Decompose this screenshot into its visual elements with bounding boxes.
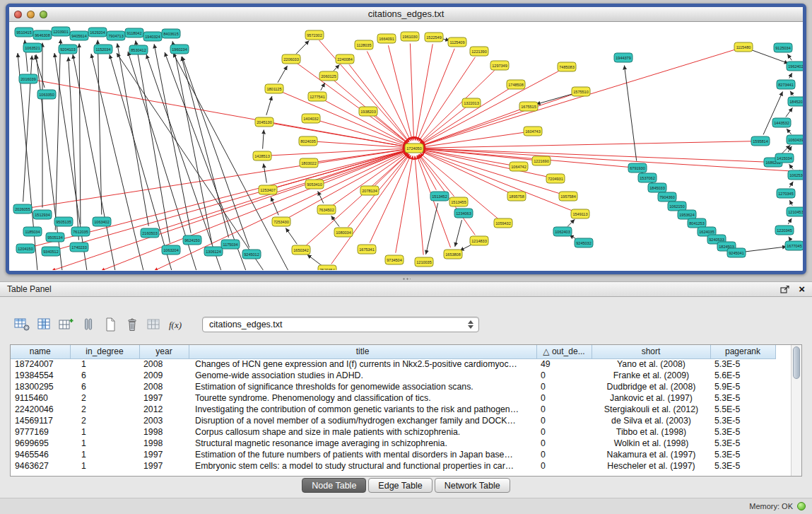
graph-node[interactable]: 1306124 <box>204 247 223 256</box>
graph-node[interactable]: 1185034 <box>23 227 42 236</box>
import-table-icon[interactable] <box>143 315 165 334</box>
network-window-titlebar[interactable]: citations_edges.txt <box>9 7 803 22</box>
graph-node[interactable]: 9118042 <box>125 28 143 37</box>
graph-node[interactable]: 1604743 <box>524 127 542 136</box>
graph-node[interactable]: 1962402 <box>787 62 803 71</box>
graph-node[interactable]: 1653808 <box>444 250 462 259</box>
graph-node[interactable]: 9053410 <box>305 180 324 189</box>
new-column-icon[interactable] <box>55 315 77 334</box>
graph-node[interactable]: 7253430 <box>272 217 290 226</box>
table-row[interactable]: 977716911998Corpus callosum shape and si… <box>11 426 775 438</box>
graph-node[interactable]: 1845202 <box>788 97 803 106</box>
graph-node[interactable]: 1537062 <box>638 173 657 182</box>
graph-node[interactable]: 1115480 <box>734 42 753 52</box>
graph-node[interactable]: 2026055 <box>13 204 32 214</box>
graph-node[interactable]: 1204150 <box>16 244 35 253</box>
graph-node[interactable]: 1944379 <box>614 53 632 62</box>
citation-network-graph[interactable]: 1724050106474218957581059432121483316538… <box>9 22 803 270</box>
table-row[interactable]: 1872400712008Changes of HCN gene express… <box>11 358 775 370</box>
graph-node[interactable]: 1595814 <box>751 136 770 146</box>
graph-node[interactable]: 1221390 <box>470 47 488 56</box>
graph-node[interactable]: 7612035 <box>71 227 90 236</box>
graph-node[interactable]: 1513455 <box>449 197 468 206</box>
graph-node[interactable]: 9572302 <box>305 30 324 40</box>
float-panel-icon[interactable] <box>780 285 790 294</box>
zoom-button[interactable] <box>40 11 47 18</box>
column-header[interactable]: △ out_de... <box>536 345 592 358</box>
graph-node[interactable]: 1270345 <box>777 189 795 198</box>
graph-node[interactable]: 9245012 <box>242 250 261 259</box>
graph-node[interactable]: 9505135 <box>54 217 73 226</box>
graph-node[interactable]: 1064742 <box>510 162 528 171</box>
graph-node[interactable]: 8530412 <box>129 45 148 54</box>
table-row[interactable]: 969969511998Structural magnetic resonanc… <box>11 438 775 449</box>
graph-node[interactable]: 2206033 <box>282 54 300 64</box>
graph-node[interactable]: 2078134 <box>360 186 379 195</box>
graph-node[interactable]: 7485083 <box>558 62 576 71</box>
graph-node[interactable]: 1629204 <box>88 28 107 37</box>
tab-edge-table[interactable]: Edge Table <box>368 478 432 493</box>
graph-node[interactable]: 9125034 <box>774 43 792 52</box>
graph-node[interactable]: 2045130 <box>255 117 273 127</box>
graph-node[interactable]: 1175034 <box>221 240 240 249</box>
graph-node[interactable]: 8024035 <box>299 136 317 146</box>
column-header[interactable]: year <box>139 345 189 358</box>
graph-node[interactable]: 1677045 <box>785 241 803 250</box>
graph-node[interactable]: 1801125 <box>265 84 283 93</box>
graph-node[interactable]: 1404032 <box>302 114 320 123</box>
graph-node[interactable]: 1415034 <box>775 153 794 163</box>
graph-node[interactable]: 9510415 <box>15 28 33 37</box>
graph-node[interactable]: 9505134 <box>46 233 64 242</box>
graph-node[interactable]: 1650342 <box>292 245 310 255</box>
graph-node[interactable]: 1059432 <box>494 218 512 228</box>
graph-node[interactable]: 9245032 <box>575 238 593 247</box>
graph-node[interactable]: 1062530 <box>788 170 803 180</box>
graph-node[interactable]: 1575510 <box>572 87 590 96</box>
column-header[interactable]: in_degree <box>70 345 139 358</box>
table-row[interactable]: 1938455462009Genome-wide association stu… <box>11 370 775 381</box>
show-columns-icon[interactable] <box>33 315 55 334</box>
graph-node[interactable]: 1322013 <box>462 98 481 107</box>
new-document-icon[interactable] <box>99 315 121 334</box>
table-selector[interactable]: citations_edges.txt <box>202 317 479 332</box>
graph-node[interactable]: 1740233 <box>70 243 88 252</box>
graph-node[interactable]: 2240084 <box>336 54 354 64</box>
graph-node[interactable]: 1210035 <box>415 257 433 267</box>
graph-node[interactable]: 1675341 <box>358 245 376 254</box>
column-header[interactable]: pagerank <box>710 345 775 358</box>
graph-node[interactable]: 1214833 <box>470 236 488 245</box>
close-button[interactable] <box>14 11 22 18</box>
graph-node[interactable]: 7904713 <box>107 31 125 40</box>
graph-node[interactable]: 1125409 <box>448 37 466 47</box>
graph-node[interactable]: 1203901 <box>52 27 70 36</box>
graph-node[interactable]: 1063204 <box>162 245 180 255</box>
graph-node[interactable]: 7634502 <box>317 205 336 214</box>
minimize-button[interactable] <box>27 11 35 18</box>
graph-node[interactable]: 9405614 <box>70 31 88 40</box>
column-header[interactable]: name <box>11 345 70 358</box>
graph-node[interactable]: 1664091 <box>377 34 396 43</box>
graph-node[interactable]: 2016039 <box>19 74 37 83</box>
graph-node[interactable]: 1152034 <box>94 45 112 54</box>
table-row[interactable]: 911546021997Tourette syndrome. Phenomeno… <box>11 392 775 404</box>
graph-node[interactable]: 1953624 <box>678 210 696 219</box>
graph-node[interactable]: 1895758 <box>507 192 526 201</box>
graph-node[interactable]: 1062403 <box>553 227 572 236</box>
graph-node[interactable]: 1297349 <box>490 61 509 70</box>
graph-node[interactable]: 9646308 <box>33 30 52 40</box>
graph-node[interactable]: 8273441 <box>777 80 795 89</box>
graph-node[interactable]: 1210453 <box>787 207 803 216</box>
graph-node[interactable]: 1513452 <box>430 192 449 201</box>
graph-node[interactable]: 9624150 <box>183 235 201 245</box>
graph-node[interactable]: 1062150 <box>668 201 686 211</box>
tab-node-table[interactable]: Node Table <box>302 478 366 493</box>
scrollbar-thumb[interactable] <box>793 346 800 379</box>
graph-node[interactable]: 7904360 <box>658 192 676 201</box>
graph-node[interactable]: 1060439 <box>787 135 803 144</box>
graph-node[interactable]: 7204931 <box>546 174 565 183</box>
table-scrollbar[interactable] <box>791 345 801 476</box>
graph-node[interactable]: 2060125 <box>319 71 338 81</box>
graph-node[interactable]: 2160503 <box>141 228 159 238</box>
delete-table-icon[interactable] <box>121 315 143 334</box>
graph-node[interactable]: 1961030 <box>401 32 419 41</box>
